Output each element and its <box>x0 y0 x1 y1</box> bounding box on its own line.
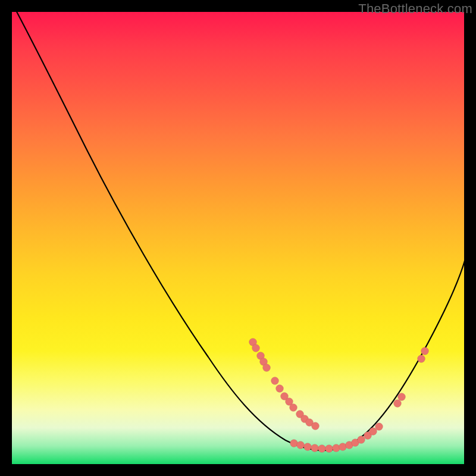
data-point <box>358 436 365 444</box>
data-point <box>398 393 406 401</box>
data-point <box>290 404 298 412</box>
data-point <box>271 377 279 385</box>
data-point <box>418 355 425 363</box>
data-point <box>375 423 383 431</box>
data-point <box>325 445 333 453</box>
data-point <box>304 443 312 451</box>
data-point <box>421 347 429 355</box>
data-point <box>252 345 260 352</box>
curve-plot <box>12 12 464 464</box>
data-point <box>312 422 320 430</box>
data-point <box>318 445 326 453</box>
data-points-group <box>249 339 429 453</box>
data-point <box>263 364 271 372</box>
data-point <box>297 441 305 449</box>
data-point <box>276 385 284 393</box>
data-point <box>394 400 402 408</box>
bottleneck-curve <box>14 7 465 450</box>
data-point <box>311 444 319 452</box>
